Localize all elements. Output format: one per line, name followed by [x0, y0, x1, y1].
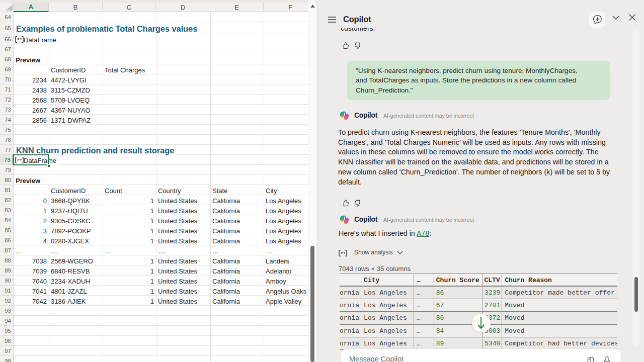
svg-text:Y: Y [343, 251, 345, 254]
svg-text:P: P [341, 251, 343, 254]
svg-text:Y: Y [20, 38, 22, 41]
svg-text:P: P [18, 38, 20, 41]
